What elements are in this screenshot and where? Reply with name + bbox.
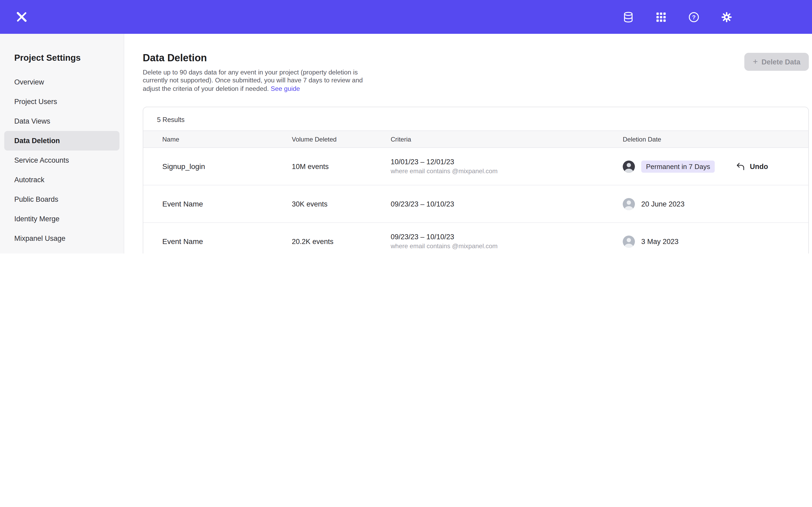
table-row: Signup_login 10M events 10/01/23 – 12/01…	[143, 148, 808, 185]
row-criteria-range: 09/23/23 – 10/10/23	[391, 233, 623, 241]
row-deletion-date: 20 June 2023	[623, 198, 808, 210]
row-deletion-date: Permanent in 7 Days Undo	[623, 160, 808, 172]
table-row: Event Name 30K events 09/23/23 – 10/10/2…	[143, 185, 808, 222]
deletion-table-card: 5 Results Name Volume Deleted Criteria D…	[143, 107, 809, 253]
topbar-icon-group: ?	[622, 11, 733, 23]
row-criteria: 10/01/23 – 12/01/23 where email contains…	[391, 158, 623, 175]
avatar	[623, 160, 635, 172]
results-count: 5 Results	[143, 107, 808, 130]
see-guide-link[interactable]: See guide	[271, 85, 300, 92]
row-criteria-range: 09/23/23 – 10/10/23	[391, 200, 623, 208]
row-criteria-filter: where email contains @mixpanel.com	[391, 242, 623, 250]
column-header-volume: Volume Deleted	[292, 135, 391, 143]
row-name: Event Name	[162, 200, 292, 208]
sidebar-item-identity-merge[interactable]: Identity Merge	[4, 209, 119, 229]
row-volume: 30K events	[292, 200, 391, 208]
sidebar-item-data-views[interactable]: Data Views	[4, 111, 119, 131]
delete-data-button[interactable]: + Delete Data	[744, 53, 809, 71]
table-header-row: Name Volume Deleted Criteria Deletion Da…	[143, 130, 808, 148]
sidebar-item-service-accounts[interactable]: Service Accounts	[4, 151, 119, 170]
column-header-name: Name	[162, 135, 292, 143]
undo-label: Undo	[750, 162, 768, 170]
top-navigation-bar: ?	[0, 0, 812, 34]
sidebar-title: Project Settings	[0, 53, 124, 63]
undo-icon	[736, 162, 745, 171]
sidebar-item-mixpanel-usage[interactable]: Mixpanel Usage	[4, 229, 119, 248]
row-volume: 20.2K events	[292, 237, 391, 245]
deletion-date-text: 3 May 2023	[641, 237, 678, 245]
main-content: Data Deletion Delete up to 90 days data …	[124, 34, 812, 253]
mixpanel-logo-icon[interactable]	[16, 11, 29, 23]
apps-grid-icon[interactable]	[654, 11, 667, 23]
app-window: ? Project Settings	[0, 0, 812, 253]
plus-icon: +	[753, 58, 758, 66]
table-row: Event Name 20.2K events 09/23/23 – 10/10…	[143, 222, 808, 253]
sidebar-item-warehouse-connections[interactable]: Warehouse Connections	[4, 248, 119, 253]
row-deletion-date: 3 May 2023	[623, 235, 808, 247]
page-title: Data Deletion	[143, 52, 809, 64]
sidebar-item-autotrack[interactable]: Autotrack	[4, 170, 119, 189]
svg-text:?: ?	[692, 14, 695, 20]
settings-sidebar: Project Settings Overview Project Users …	[0, 34, 124, 253]
sidebar-item-data-deletion[interactable]: Data Deletion	[4, 131, 119, 151]
page-description-text: Delete up to 90 days data for any event …	[143, 69, 363, 92]
undo-button[interactable]: Undo	[736, 162, 768, 171]
sidebar-item-public-boards[interactable]: Public Boards	[4, 189, 119, 209]
help-icon[interactable]: ?	[687, 11, 700, 23]
data-icon[interactable]	[622, 11, 635, 23]
settings-icon[interactable]	[720, 11, 733, 23]
sidebar-item-project-users[interactable]: Project Users	[4, 92, 119, 111]
column-header-deletion-date: Deletion Date	[623, 135, 808, 143]
row-name: Event Name	[162, 237, 292, 245]
row-criteria: 09/23/23 – 10/10/23 where email contains…	[391, 233, 623, 250]
avatar	[623, 235, 635, 247]
row-criteria-filter: where email contains @mixpanel.com	[391, 167, 623, 175]
row-criteria: 09/23/23 – 10/10/23	[391, 200, 623, 208]
row-name: Signup_login	[162, 162, 292, 171]
status-badge: Permanent in 7 Days	[641, 160, 715, 172]
deletion-date-text: 20 June 2023	[641, 200, 684, 208]
column-header-criteria: Criteria	[391, 135, 623, 143]
delete-data-button-label: Delete Data	[762, 58, 800, 66]
row-volume: 10M events	[292, 162, 391, 170]
avatar	[623, 198, 635, 210]
row-criteria-range: 10/01/23 – 12/01/23	[391, 158, 623, 166]
sidebar-item-overview[interactable]: Overview	[4, 72, 119, 92]
page-description: Delete up to 90 days data for any event …	[143, 69, 379, 93]
